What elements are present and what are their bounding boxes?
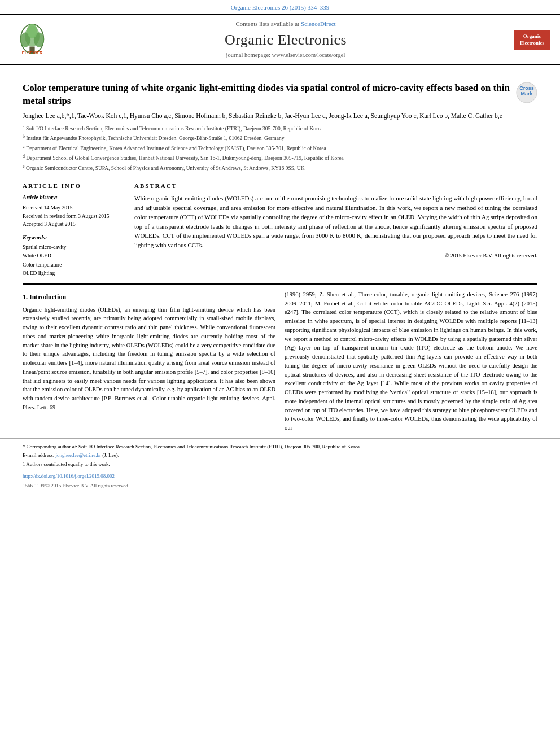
divider-1 xyxy=(23,77,537,77)
body-right-column: (1996) 2959; Z. Shen et al., Three-color… xyxy=(285,290,537,436)
journal-reference: Organic Electronics 26 (2015) 334–339 xyxy=(0,0,560,14)
intro-title: 1. Introduction xyxy=(23,292,275,302)
footnote-note1: 1 Authors contributed equally to this wo… xyxy=(23,461,537,469)
thick-divider xyxy=(23,283,537,285)
history-label: Article history: xyxy=(23,194,124,202)
body-left-column: 1. Introduction Organic light-emitting d… xyxy=(23,290,275,436)
body-columns: 1. Introduction Organic light-emitting d… xyxy=(0,290,560,436)
article-info-heading: ARTICLE INFO xyxy=(23,182,124,190)
affiliation-a: a Soft I/O Interface Research Section, E… xyxy=(23,124,537,133)
science-direct-link[interactable]: ScienceDirect xyxy=(301,20,336,27)
revised-date: Received in revised form 3 August 2015 xyxy=(23,212,124,220)
journal-header: ELSEVIER Contents lists available at Sci… xyxy=(0,14,560,65)
footnote-section: * Corresponding author at: Soft I/O Inte… xyxy=(0,438,560,469)
article-info-col: ARTICLE INFO Article history: Received 1… xyxy=(23,182,124,278)
affiliation-c: c Department of Electrical Engineering, … xyxy=(23,143,537,152)
keywords-section: Keywords: Spatial micro-cavity White OLE… xyxy=(23,234,124,278)
journal-name: Organic Electronics xyxy=(63,30,508,50)
intro-paragraph: Organic light-emitting diodes (OLEDs), a… xyxy=(23,305,275,412)
keyword-3: Color temperature xyxy=(23,261,124,269)
abstract-heading: ABSTRACT xyxy=(134,182,537,190)
contents-available: Contents lists available at ScienceDirec… xyxy=(63,20,508,28)
affiliation-d: d Department School of Global Convergenc… xyxy=(23,153,537,162)
affiliation-e: e Organic Semiconductor Centre, SUPA, Sc… xyxy=(23,163,537,172)
keyword-4: OLED lighting xyxy=(23,269,124,278)
accepted-date: Accepted 3 August 2015 xyxy=(23,220,124,228)
keyword-1: Spatial micro-cavity xyxy=(23,243,124,252)
elsevier-logo: ELSEVIER xyxy=(7,23,58,57)
issn-section: 1566-1199/© 2015 Elsevier B.V. All right… xyxy=(0,482,560,494)
doi-link[interactable]: http://dx.doi.org/10.1016/j.orgel.2015.0… xyxy=(23,473,115,479)
footnote-corresponding: * Corresponding author at: Soft I/O Inte… xyxy=(23,443,537,451)
footnote-email: E-mail address: jonghee.lee@etri.re.kr (… xyxy=(23,452,537,460)
authors: Jonghee Lee a,b,*,1, Tae-Wook Koh c,1, H… xyxy=(23,111,537,121)
email-link[interactable]: jonghee.lee@etri.re.kr xyxy=(55,452,101,458)
svg-point-5 xyxy=(27,24,37,38)
article-content: Color temperature tuning of white organi… xyxy=(0,65,560,278)
article-info-abstract-row: ARTICLE INFO Article history: Received 1… xyxy=(23,182,537,278)
keywords-label: Keywords: xyxy=(23,234,124,242)
crossmark-icon: Cross Mark xyxy=(516,82,537,106)
keyword-2: White OLED xyxy=(23,252,124,260)
svg-text:Cross: Cross xyxy=(519,85,534,91)
abstract-text: White organic light-emitting diodes (WOL… xyxy=(134,194,537,250)
doi-section: http://dx.doi.org/10.1016/j.orgel.2015.0… xyxy=(0,469,560,482)
elsevier-tree-icon: ELSEVIER xyxy=(12,23,52,57)
organic-logo-box: Organic Electronics xyxy=(514,30,550,50)
svg-text:Mark: Mark xyxy=(520,91,533,97)
title-row: Color temperature tuning of white organi… xyxy=(23,82,537,108)
article-title: Color temperature tuning of white organi… xyxy=(23,82,516,108)
received-date: Received 14 May 2015 xyxy=(23,204,124,212)
abstract-copyright: © 2015 Elsevier B.V. All rights reserved… xyxy=(134,252,537,260)
organic-electronics-logo: Organic Electronics xyxy=(514,30,553,50)
affiliations: a Soft I/O Interface Research Section, E… xyxy=(23,124,537,172)
abstract-col: ABSTRACT White organic light-emitting di… xyxy=(134,182,537,278)
journal-title-area: Contents lists available at ScienceDirec… xyxy=(63,20,508,59)
divider-2 xyxy=(23,177,537,177)
svg-text:ELSEVIER: ELSEVIER xyxy=(22,50,43,55)
right-col-text: (1996) 2959; Z. Shen et al., Three-color… xyxy=(285,290,537,433)
journal-ref-text: Organic Electronics 26 (2015) 334–339 xyxy=(231,4,330,11)
journal-homepage: journal homepage: www.elsevier.com/locat… xyxy=(63,51,508,60)
affiliation-b: b Institut für Angewandte Photophysik, T… xyxy=(23,133,537,142)
